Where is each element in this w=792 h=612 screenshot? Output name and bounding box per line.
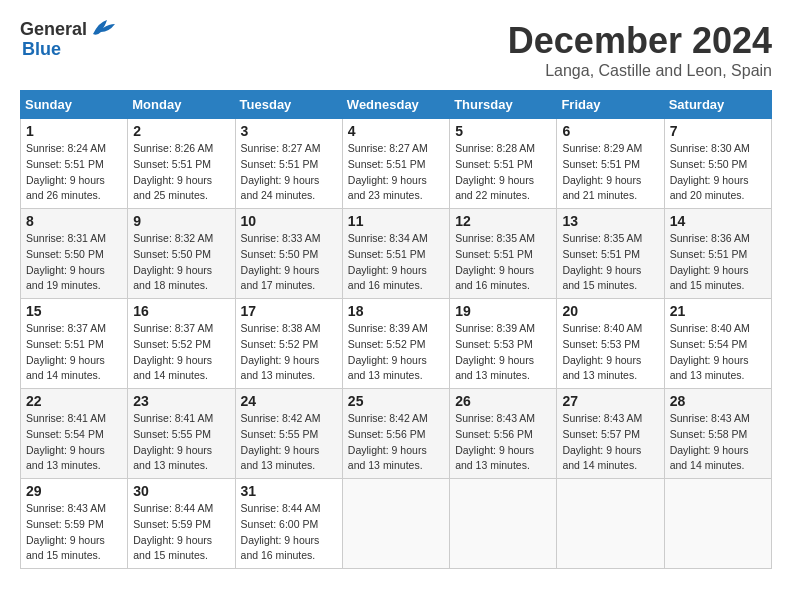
title-area: December 2024 Langa, Castille and Leon, … [508,20,772,80]
calendar-week-row: 1Sunrise: 8:24 AMSunset: 5:51 PMDaylight… [21,119,772,209]
sunset-text: Sunset: 5:53 PM [455,338,533,350]
daylight-text: Daylight: 9 hours and 13 minutes. [26,444,105,472]
table-row: 3Sunrise: 8:27 AMSunset: 5:51 PMDaylight… [235,119,342,209]
col-friday: Friday [557,91,664,119]
day-info: Sunrise: 8:36 AMSunset: 5:51 PMDaylight:… [670,231,766,294]
sunrise-text: Sunrise: 8:42 AM [348,412,428,424]
sunrise-text: Sunrise: 8:41 AM [133,412,213,424]
col-wednesday: Wednesday [342,91,449,119]
daylight-text: Daylight: 9 hours and 13 minutes. [562,354,641,382]
day-info: Sunrise: 8:39 AMSunset: 5:52 PMDaylight:… [348,321,444,384]
sunset-text: Sunset: 5:57 PM [562,428,640,440]
day-info: Sunrise: 8:44 AMSunset: 5:59 PMDaylight:… [133,501,229,564]
day-info: Sunrise: 8:43 AMSunset: 5:57 PMDaylight:… [562,411,658,474]
location-subtitle: Langa, Castille and Leon, Spain [508,62,772,80]
day-number: 9 [133,213,229,229]
sunset-text: Sunset: 5:51 PM [562,248,640,260]
sunset-text: Sunset: 6:00 PM [241,518,319,530]
day-info: Sunrise: 8:28 AMSunset: 5:51 PMDaylight:… [455,141,551,204]
day-number: 8 [26,213,122,229]
table-row [450,479,557,569]
daylight-text: Daylight: 9 hours and 14 minutes. [562,444,641,472]
day-info: Sunrise: 8:43 AMSunset: 5:58 PMDaylight:… [670,411,766,474]
calendar-header-row: Sunday Monday Tuesday Wednesday Thursday… [21,91,772,119]
daylight-text: Daylight: 9 hours and 25 minutes. [133,174,212,202]
day-info: Sunrise: 8:33 AMSunset: 5:50 PMDaylight:… [241,231,337,294]
sunset-text: Sunset: 5:50 PM [133,248,211,260]
day-number: 27 [562,393,658,409]
sunset-text: Sunset: 5:56 PM [455,428,533,440]
table-row: 1Sunrise: 8:24 AMSunset: 5:51 PMDaylight… [21,119,128,209]
sunrise-text: Sunrise: 8:43 AM [26,502,106,514]
table-row: 14Sunrise: 8:36 AMSunset: 5:51 PMDayligh… [664,209,771,299]
day-info: Sunrise: 8:32 AMSunset: 5:50 PMDaylight:… [133,231,229,294]
header: General Blue December 2024 Langa, Castil… [20,20,772,80]
sunset-text: Sunset: 5:54 PM [670,338,748,350]
daylight-text: Daylight: 9 hours and 16 minutes. [455,264,534,292]
daylight-text: Daylight: 9 hours and 13 minutes. [455,354,534,382]
day-number: 24 [241,393,337,409]
day-number: 30 [133,483,229,499]
table-row: 21Sunrise: 8:40 AMSunset: 5:54 PMDayligh… [664,299,771,389]
day-number: 28 [670,393,766,409]
daylight-text: Daylight: 9 hours and 15 minutes. [26,534,105,562]
sunrise-text: Sunrise: 8:38 AM [241,322,321,334]
sunrise-text: Sunrise: 8:24 AM [26,142,106,154]
sunrise-text: Sunrise: 8:37 AM [26,322,106,334]
sunset-text: Sunset: 5:51 PM [348,158,426,170]
day-number: 7 [670,123,766,139]
table-row: 5Sunrise: 8:28 AMSunset: 5:51 PMDaylight… [450,119,557,209]
day-info: Sunrise: 8:42 AMSunset: 5:56 PMDaylight:… [348,411,444,474]
sunrise-text: Sunrise: 8:44 AM [133,502,213,514]
sunrise-text: Sunrise: 8:27 AM [348,142,428,154]
day-info: Sunrise: 8:41 AMSunset: 5:54 PMDaylight:… [26,411,122,474]
sunrise-text: Sunrise: 8:26 AM [133,142,213,154]
sunset-text: Sunset: 5:59 PM [26,518,104,530]
day-info: Sunrise: 8:35 AMSunset: 5:51 PMDaylight:… [562,231,658,294]
sunrise-text: Sunrise: 8:43 AM [455,412,535,424]
day-number: 10 [241,213,337,229]
daylight-text: Daylight: 9 hours and 13 minutes. [670,354,749,382]
sunrise-text: Sunrise: 8:28 AM [455,142,535,154]
sunrise-text: Sunrise: 8:35 AM [562,232,642,244]
day-info: Sunrise: 8:40 AMSunset: 5:53 PMDaylight:… [562,321,658,384]
sunset-text: Sunset: 5:54 PM [26,428,104,440]
table-row: 2Sunrise: 8:26 AMSunset: 5:51 PMDaylight… [128,119,235,209]
day-info: Sunrise: 8:30 AMSunset: 5:50 PMDaylight:… [670,141,766,204]
sunrise-text: Sunrise: 8:44 AM [241,502,321,514]
sunset-text: Sunset: 5:51 PM [670,248,748,260]
day-number: 25 [348,393,444,409]
day-info: Sunrise: 8:38 AMSunset: 5:52 PMDaylight:… [241,321,337,384]
table-row: 10Sunrise: 8:33 AMSunset: 5:50 PMDayligh… [235,209,342,299]
sunrise-text: Sunrise: 8:41 AM [26,412,106,424]
table-row: 19Sunrise: 8:39 AMSunset: 5:53 PMDayligh… [450,299,557,389]
table-row: 26Sunrise: 8:43 AMSunset: 5:56 PMDayligh… [450,389,557,479]
day-number: 14 [670,213,766,229]
daylight-text: Daylight: 9 hours and 13 minutes. [133,444,212,472]
sunset-text: Sunset: 5:59 PM [133,518,211,530]
day-number: 1 [26,123,122,139]
table-row: 11Sunrise: 8:34 AMSunset: 5:51 PMDayligh… [342,209,449,299]
sunset-text: Sunset: 5:58 PM [670,428,748,440]
day-number: 6 [562,123,658,139]
sunset-text: Sunset: 5:55 PM [241,428,319,440]
daylight-text: Daylight: 9 hours and 24 minutes. [241,174,320,202]
day-info: Sunrise: 8:44 AMSunset: 6:00 PMDaylight:… [241,501,337,564]
sunset-text: Sunset: 5:52 PM [133,338,211,350]
table-row: 9Sunrise: 8:32 AMSunset: 5:50 PMDaylight… [128,209,235,299]
day-number: 4 [348,123,444,139]
sunset-text: Sunset: 5:51 PM [241,158,319,170]
day-number: 29 [26,483,122,499]
col-saturday: Saturday [664,91,771,119]
sunrise-text: Sunrise: 8:43 AM [670,412,750,424]
sunrise-text: Sunrise: 8:40 AM [562,322,642,334]
table-row: 7Sunrise: 8:30 AMSunset: 5:50 PMDaylight… [664,119,771,209]
calendar-table: Sunday Monday Tuesday Wednesday Thursday… [20,90,772,569]
table-row: 24Sunrise: 8:42 AMSunset: 5:55 PMDayligh… [235,389,342,479]
day-info: Sunrise: 8:40 AMSunset: 5:54 PMDaylight:… [670,321,766,384]
day-info: Sunrise: 8:34 AMSunset: 5:51 PMDaylight:… [348,231,444,294]
day-number: 13 [562,213,658,229]
col-sunday: Sunday [21,91,128,119]
page-container: General Blue December 2024 Langa, Castil… [20,20,772,569]
day-number: 23 [133,393,229,409]
